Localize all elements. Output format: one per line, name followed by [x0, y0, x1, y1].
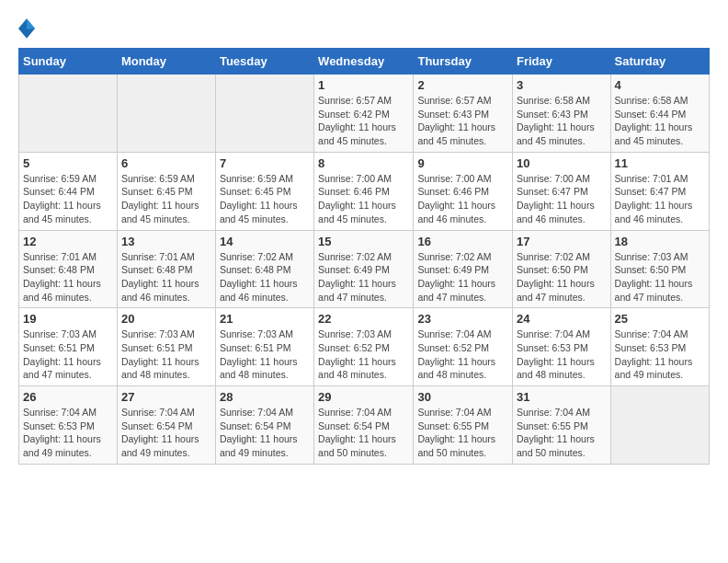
day-number: 1: [318, 78, 409, 92]
calendar-cell: 24Sunrise: 7:04 AM Sunset: 6:53 PM Dayli…: [513, 308, 611, 386]
day-number: 21: [220, 312, 310, 326]
calendar-cell: 14Sunrise: 7:02 AM Sunset: 6:48 PM Dayli…: [215, 230, 313, 308]
day-info: Sunrise: 7:04 AM Sunset: 6:52 PM Dayligh…: [417, 327, 508, 382]
logo: [18, 18, 39, 39]
day-info: Sunrise: 7:04 AM Sunset: 6:55 PM Dayligh…: [417, 406, 508, 460]
day-info: Sunrise: 6:59 AM Sunset: 6:45 PM Dayligh…: [121, 172, 211, 226]
day-number: 19: [23, 312, 113, 326]
calendar-cell: 30Sunrise: 7:04 AM Sunset: 6:55 PM Dayli…: [414, 386, 513, 465]
day-number: 25: [615, 312, 705, 326]
day-info: Sunrise: 7:04 AM Sunset: 6:54 PM Dayligh…: [318, 406, 409, 460]
day-number: 12: [23, 235, 113, 248]
calendar-cell: 28Sunrise: 7:04 AM Sunset: 6:54 PM Dayli…: [215, 386, 313, 465]
day-number: 11: [615, 156, 705, 170]
day-info: Sunrise: 7:00 AM Sunset: 6:46 PM Dayligh…: [318, 172, 409, 226]
day-info: Sunrise: 6:57 AM Sunset: 6:43 PM Dayligh…: [417, 94, 508, 148]
day-info: Sunrise: 7:04 AM Sunset: 6:53 PM Dayligh…: [517, 327, 607, 382]
calendar-cell: 4Sunrise: 6:58 AM Sunset: 6:44 PM Daylig…: [610, 75, 709, 153]
day-number: 17: [517, 235, 607, 248]
day-number: 27: [121, 390, 211, 404]
day-info: Sunrise: 7:04 AM Sunset: 6:54 PM Dayligh…: [220, 406, 310, 460]
calendar-cell: 29Sunrise: 7:04 AM Sunset: 6:54 PM Dayli…: [314, 386, 414, 465]
day-number: 18: [615, 235, 705, 248]
day-info: Sunrise: 7:00 AM Sunset: 6:46 PM Dayligh…: [417, 172, 508, 226]
calendar-cell: 8Sunrise: 7:00 AM Sunset: 6:46 PM Daylig…: [314, 152, 414, 230]
calendar-cell: 13Sunrise: 7:01 AM Sunset: 6:48 PM Dayli…: [117, 230, 215, 308]
calendar-cell: 22Sunrise: 7:03 AM Sunset: 6:52 PM Dayli…: [314, 308, 414, 386]
day-info: Sunrise: 6:57 AM Sunset: 6:42 PM Dayligh…: [318, 94, 409, 148]
day-info: Sunrise: 7:03 AM Sunset: 6:51 PM Dayligh…: [23, 327, 113, 382]
day-info: Sunrise: 7:00 AM Sunset: 6:47 PM Dayligh…: [517, 172, 607, 226]
calendar-cell: 20Sunrise: 7:03 AM Sunset: 6:51 PM Dayli…: [117, 308, 215, 386]
week-row-5: 26Sunrise: 7:04 AM Sunset: 6:53 PM Dayli…: [19, 386, 710, 465]
calendar-cell: 19Sunrise: 7:03 AM Sunset: 6:51 PM Dayli…: [19, 308, 118, 386]
day-info: Sunrise: 7:04 AM Sunset: 6:53 PM Dayligh…: [615, 327, 705, 382]
day-info: Sunrise: 6:59 AM Sunset: 6:44 PM Dayligh…: [23, 172, 113, 226]
day-number: 4: [615, 78, 705, 92]
day-header-tuesday: Tuesday: [215, 49, 313, 75]
calendar-cell: 2Sunrise: 6:57 AM Sunset: 6:43 PM Daylig…: [414, 75, 513, 153]
day-info: Sunrise: 7:03 AM Sunset: 6:51 PM Dayligh…: [121, 327, 211, 382]
day-number: 14: [220, 235, 310, 248]
day-info: Sunrise: 7:04 AM Sunset: 6:54 PM Dayligh…: [121, 406, 211, 460]
day-info: Sunrise: 7:02 AM Sunset: 6:49 PM Dayligh…: [318, 250, 409, 304]
day-header-friday: Friday: [513, 49, 611, 75]
day-number: 5: [23, 156, 113, 170]
day-info: Sunrise: 7:04 AM Sunset: 6:55 PM Dayligh…: [517, 406, 607, 460]
day-info: Sunrise: 7:01 AM Sunset: 6:48 PM Dayligh…: [23, 250, 113, 304]
day-info: Sunrise: 7:02 AM Sunset: 6:48 PM Dayligh…: [220, 250, 310, 304]
day-info: Sunrise: 7:01 AM Sunset: 6:47 PM Dayligh…: [615, 172, 705, 226]
calendar-table: SundayMondayTuesdayWednesdayThursdayFrid…: [18, 48, 710, 465]
day-header-monday: Monday: [117, 49, 215, 75]
day-info: Sunrise: 7:02 AM Sunset: 6:50 PM Dayligh…: [517, 250, 607, 304]
calendar-cell: [19, 75, 118, 153]
day-number: 13: [121, 235, 211, 248]
page-header: [18, 18, 710, 39]
calendar-cell: 12Sunrise: 7:01 AM Sunset: 6:48 PM Dayli…: [19, 230, 118, 308]
day-number: 20: [121, 312, 211, 326]
calendar-cell: 21Sunrise: 7:03 AM Sunset: 6:51 PM Dayli…: [215, 308, 313, 386]
logo-icon: [18, 18, 35, 39]
day-header-thursday: Thursday: [414, 49, 513, 75]
day-number: 8: [318, 156, 409, 170]
calendar-cell: 3Sunrise: 6:58 AM Sunset: 6:43 PM Daylig…: [513, 75, 611, 153]
week-row-2: 5Sunrise: 6:59 AM Sunset: 6:44 PM Daylig…: [19, 152, 710, 230]
calendar-cell: [610, 386, 709, 465]
day-number: 3: [517, 78, 607, 92]
week-row-4: 19Sunrise: 7:03 AM Sunset: 6:51 PM Dayli…: [19, 308, 710, 386]
day-info: Sunrise: 7:03 AM Sunset: 6:52 PM Dayligh…: [318, 327, 409, 382]
day-number: 2: [417, 78, 508, 92]
day-info: Sunrise: 6:58 AM Sunset: 6:44 PM Dayligh…: [615, 94, 705, 148]
day-number: 9: [417, 156, 508, 170]
calendar-cell: [215, 75, 313, 153]
calendar-cell: 5Sunrise: 6:59 AM Sunset: 6:44 PM Daylig…: [19, 152, 118, 230]
day-info: Sunrise: 7:02 AM Sunset: 6:49 PM Dayligh…: [417, 250, 508, 304]
calendar-cell: 16Sunrise: 7:02 AM Sunset: 6:49 PM Dayli…: [414, 230, 513, 308]
calendar-cell: 26Sunrise: 7:04 AM Sunset: 6:53 PM Dayli…: [19, 386, 118, 465]
calendar-cell: 15Sunrise: 7:02 AM Sunset: 6:49 PM Dayli…: [314, 230, 414, 308]
day-number: 23: [417, 312, 508, 326]
day-number: 24: [517, 312, 607, 326]
day-info: Sunrise: 6:58 AM Sunset: 6:43 PM Dayligh…: [517, 94, 607, 148]
day-header-sunday: Sunday: [19, 49, 118, 75]
calendar-cell: 11Sunrise: 7:01 AM Sunset: 6:47 PM Dayli…: [610, 152, 709, 230]
calendar-cell: 7Sunrise: 6:59 AM Sunset: 6:45 PM Daylig…: [215, 152, 313, 230]
day-number: 16: [417, 235, 508, 248]
day-header-wednesday: Wednesday: [314, 49, 414, 75]
calendar-cell: 1Sunrise: 6:57 AM Sunset: 6:42 PM Daylig…: [314, 75, 414, 153]
day-number: 10: [517, 156, 607, 170]
week-row-1: 1Sunrise: 6:57 AM Sunset: 6:42 PM Daylig…: [19, 75, 710, 153]
calendar-cell: 9Sunrise: 7:00 AM Sunset: 6:46 PM Daylig…: [414, 152, 513, 230]
calendar-cell: 31Sunrise: 7:04 AM Sunset: 6:55 PM Dayli…: [513, 386, 611, 465]
day-info: Sunrise: 7:01 AM Sunset: 6:48 PM Dayligh…: [121, 250, 211, 304]
day-number: 22: [318, 312, 409, 326]
day-number: 6: [121, 156, 211, 170]
calendar-cell: 10Sunrise: 7:00 AM Sunset: 6:47 PM Dayli…: [513, 152, 611, 230]
day-number: 15: [318, 235, 409, 248]
calendar-cell: [117, 75, 215, 153]
svg-marker-1: [27, 18, 35, 29]
day-info: Sunrise: 7:04 AM Sunset: 6:53 PM Dayligh…: [23, 406, 113, 460]
day-info: Sunrise: 7:03 AM Sunset: 6:51 PM Dayligh…: [220, 327, 310, 382]
calendar-cell: 6Sunrise: 6:59 AM Sunset: 6:45 PM Daylig…: [117, 152, 215, 230]
day-number: 30: [417, 390, 508, 404]
